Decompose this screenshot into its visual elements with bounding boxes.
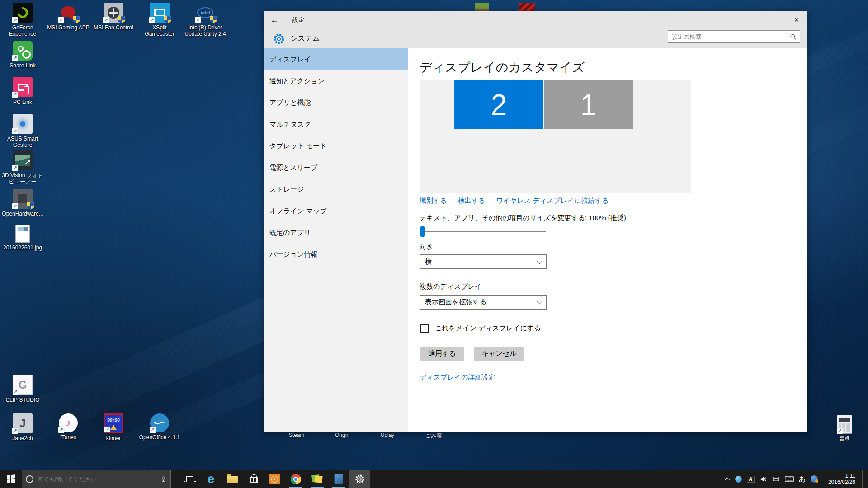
notes-icon xyxy=(312,474,323,483)
cortana-search-box[interactable] xyxy=(22,470,171,488)
sidebar-item-power-sleep[interactable]: 電源とスリープ xyxy=(264,157,408,178)
detect-link[interactable]: 検出する xyxy=(458,197,486,205)
task-view-button[interactable] xyxy=(179,470,200,488)
maximize-icon xyxy=(774,18,778,22)
desktop-icon-jpg-file[interactable]: 2016022601.jpg xyxy=(0,225,45,251)
desktop-icon-pc-link[interactable]: PC Link xyxy=(0,77,45,105)
uac-shield-icon xyxy=(164,16,171,23)
share-link-icon xyxy=(13,41,33,61)
volume-icon[interactable] xyxy=(760,475,767,483)
taskbar-media-player-button[interactable] xyxy=(264,470,285,488)
sidebar-item-tablet-mode[interactable]: タブレット モード xyxy=(264,135,408,157)
desktop-icon-itunes[interactable]: iTunes xyxy=(46,413,91,441)
sidebar-item-multitasking[interactable]: マルチタスク xyxy=(264,113,408,135)
desktop-icon-label-uplay[interactable]: Uplay xyxy=(381,432,395,438)
ime-mode-indicator[interactable]: あ xyxy=(799,475,806,483)
multi-display-dropdown[interactable]: 表示画面を拡張する xyxy=(420,295,547,310)
start-button[interactable] xyxy=(0,470,22,488)
desktop-icon-geforce-experience[interactable]: GeForce Experience xyxy=(0,3,45,37)
sidebar-item-about[interactable]: バージョン情報 xyxy=(264,244,408,265)
desktop-icon-xsplit-gamecaster[interactable]: XSplit Gamecaster xyxy=(137,3,182,37)
back-button[interactable]: ← xyxy=(264,15,284,25)
desktop-icon-share-link[interactable]: Share Link xyxy=(0,41,45,69)
desktop-icon-label-origin[interactable]: Origin xyxy=(335,432,349,438)
desktop-icon-jane2ch[interactable]: Jane2ch xyxy=(0,413,45,441)
desktop-icon-open-hardware[interactable]: OpenHardware... xyxy=(0,189,45,217)
tray-app-icon[interactable] xyxy=(811,475,818,483)
file-explorer-icon xyxy=(227,476,238,483)
desktop-icon-label: ASUS Smart Gesture xyxy=(1,136,44,148)
sidebar-item-display[interactable]: ディスプレイ xyxy=(264,48,408,70)
taskbar-clock[interactable]: 1:11 2016/02/26 xyxy=(823,473,855,485)
monitor-2[interactable]: 2 xyxy=(454,80,543,129)
show-desktop-button[interactable] xyxy=(862,470,864,488)
desktop-icon-clip-studio[interactable]: CLIP STUDIO xyxy=(0,375,45,403)
taskbar-blue-app-button[interactable] xyxy=(328,470,349,488)
wireless-display-link[interactable]: ワイヤレス ディスプレイに接続する xyxy=(496,197,609,205)
uac-shield-icon xyxy=(27,202,34,210)
search-icon[interactable] xyxy=(787,33,800,40)
minimize-button[interactable] xyxy=(745,11,765,29)
shortcut-arrow-icon xyxy=(12,92,18,98)
shortcut-arrow-icon xyxy=(12,128,18,134)
identify-link[interactable]: 識別する xyxy=(420,197,447,205)
taskbar-notes-button[interactable] xyxy=(307,470,328,488)
settings-search-box[interactable] xyxy=(668,30,800,43)
titlebar[interactable]: ← 設定 × xyxy=(264,11,807,29)
desktop-icon-msi-gaming-app[interactable]: MSI Gaming APP xyxy=(46,3,91,31)
pc-link-icon xyxy=(13,77,33,97)
chevron-down-icon xyxy=(537,299,542,304)
taskbar-edge-button[interactable]: e xyxy=(200,470,222,488)
slider-track[interactable] xyxy=(420,231,546,232)
sidebar-item-notifications-actions[interactable]: 通知とアクション xyxy=(264,70,408,92)
desktop-icon-label: Share Link xyxy=(9,62,35,69)
multi-display-label: 複数のディスプレイ xyxy=(420,282,481,291)
gear-icon xyxy=(273,33,285,45)
desktop-icon-label-recycle-bin[interactable]: ごみ箱 xyxy=(425,432,442,440)
desktop-icon-openoffice[interactable]: OpenOffice 4.1.1 xyxy=(137,413,182,441)
taskbar-file-explorer-button[interactable] xyxy=(222,470,243,488)
taskbar-store-button[interactable] xyxy=(243,470,264,488)
cancel-button[interactable]: キャンセル xyxy=(474,347,525,361)
apply-button[interactable]: 適用する xyxy=(420,347,464,361)
sidebar-item-apps-features[interactable]: アプリと機能 xyxy=(264,92,408,113)
taskbar-chrome-button[interactable] xyxy=(285,470,307,488)
desktop-icon-label: 2016022601.jpg xyxy=(3,244,42,251)
desktop-icon-intel-driver-update[interactable]: Intel(R) Driver Update Utility 2.4 xyxy=(183,3,228,37)
desktop-icon-asus-smart-gesture[interactable]: ASUS Smart Gesture xyxy=(0,114,45,148)
uac-shield-icon xyxy=(118,16,125,23)
orientation-value: 横 xyxy=(425,258,537,266)
tray-blue-orb-icon[interactable] xyxy=(735,476,742,483)
close-button[interactable]: × xyxy=(786,11,807,29)
desktop-icon-msi-fan-control[interactable]: MSI Fan Control xyxy=(91,3,136,31)
maximize-button[interactable] xyxy=(765,11,786,29)
settings-window: ← 設定 × システム ディスプレイ 通知とアクション アプリと機能 マルチタス… xyxy=(264,11,807,432)
open-hardware-monitor-icon xyxy=(13,189,33,209)
ime-keyboard-icon[interactable] xyxy=(785,476,794,482)
desktop-icon-3d-vision-photo-viewer[interactable]: 3D Vision フォト ビューアー xyxy=(0,150,45,185)
sidebar-item-storage[interactable]: ストレージ xyxy=(264,178,408,200)
action-center-icon[interactable] xyxy=(772,475,780,483)
settings-search-input[interactable] xyxy=(668,33,787,40)
slider-thumb[interactable] xyxy=(420,226,425,237)
scale-slider[interactable] xyxy=(420,225,546,237)
main-display-checkbox[interactable] xyxy=(420,324,429,333)
shortcut-arrow-icon xyxy=(12,165,18,171)
sidebar-item-default-apps[interactable]: 既定のアプリ xyxy=(264,222,408,244)
desktop-icon-label-steam[interactable]: Steam xyxy=(289,432,305,438)
orientation-dropdown[interactable]: 横 xyxy=(420,254,547,269)
windows-logo-icon xyxy=(7,475,15,483)
sidebar-item-offline-maps[interactable]: オフライン マップ xyxy=(264,200,408,222)
tray-expand-icon[interactable] xyxy=(725,477,730,482)
desktop-icon-ktimer[interactable]: ktimer xyxy=(91,413,136,441)
desktop-icon-calculator[interactable]: 電卓 xyxy=(822,415,867,442)
advanced-display-settings-link[interactable]: ディスプレイの詳細設定 xyxy=(420,373,495,382)
monitor-1[interactable]: 1 xyxy=(544,80,633,129)
taskbar-search-input[interactable] xyxy=(37,476,156,483)
tray-msi-afterburner-icon[interactable] xyxy=(747,476,755,483)
microphone-icon[interactable] xyxy=(160,475,167,483)
desktop-icon-label: CLIP STUDIO xyxy=(5,397,39,403)
taskbar-settings-button[interactable] xyxy=(349,470,370,488)
shortcut-arrow-icon xyxy=(195,17,201,23)
xsplit-icon xyxy=(150,3,170,23)
